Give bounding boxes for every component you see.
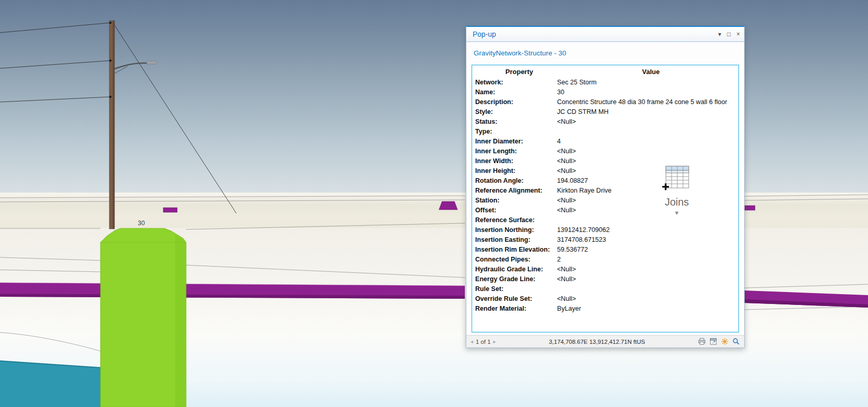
popup-titlebar[interactable]: Pop-up ▾ □ × (466, 27, 744, 42)
popup-feature-header: GravityNetwork-Structure - 30 (466, 42, 744, 64)
zoom-to-icon[interactable] (732, 338, 740, 345)
property-cell: Offset: (475, 207, 557, 214)
attribute-row: Inner Width: <Null> (472, 156, 738, 166)
property-cell: Reference Surface: (475, 216, 557, 224)
value-cell: Concentric Structure 48 dia 30 frame 24 … (557, 98, 738, 106)
property-cell: Status: (475, 118, 557, 126)
coordinates-readout: 3,174,708.67E 13,912,412.71N ftUS (496, 339, 698, 345)
attribute-row: Offset: <Null> (472, 206, 738, 215)
property-cell: Hydraulic Grade Line: (475, 266, 557, 273)
attribute-row: Render Material: ByLayer (472, 304, 738, 314)
property-header: Property (475, 68, 563, 76)
close-icon[interactable]: × (736, 31, 740, 37)
attribute-row: Inner Height: <Null> (472, 166, 738, 176)
dock-panel-icon[interactable] (709, 338, 717, 345)
guy-wire (114, 24, 236, 213)
value-cell: <Null> (557, 197, 738, 205)
value-cell: 3174708.671523 (557, 236, 738, 244)
value-cell: ByLayer (557, 305, 738, 313)
value-cell: JC CD STRM MH (557, 108, 738, 116)
property-cell: Inner Diameter: (475, 138, 557, 146)
attribute-row: Hydraulic Grade Line: <Null> (472, 265, 738, 274)
water-channel[interactable] (0, 361, 101, 407)
utility-pole[interactable] (109, 21, 115, 229)
attribute-row: Type: (472, 127, 738, 137)
property-cell: Energy Grade Line: (475, 275, 557, 283)
attribute-row: Rule Set: (472, 284, 738, 294)
previous-record-icon[interactable]: ◂ (471, 339, 473, 344)
street-light[interactable] (115, 61, 156, 74)
pager-text: 1 of 1 (476, 339, 491, 345)
maximize-icon[interactable]: □ (727, 31, 731, 37)
property-cell: Type: (475, 128, 557, 136)
value-cell: <Null> (557, 207, 738, 214)
attribute-row: Status: <Null> (472, 117, 738, 127)
attribute-row: Insertion Rim Elevation: 59.536772 (472, 245, 738, 255)
insulator-icon (109, 22, 111, 24)
property-cell: Rule Set: (475, 285, 557, 293)
attribute-row: Reference Alignment: Kirkton Raye Drive (472, 186, 738, 196)
attribute-row: Station: <Null> (472, 196, 738, 206)
value-cell: 13912412.709062 (557, 226, 738, 234)
value-cell: <Null> (557, 295, 738, 303)
property-cell: Inner Length: (475, 148, 557, 155)
value-cell: <Null> (557, 148, 738, 155)
property-cell: Station: (475, 197, 557, 205)
property-cell: Reference Alignment: (475, 187, 557, 195)
property-cell: Inner Height: (475, 167, 557, 175)
value-cell: <Null> (557, 167, 738, 175)
attribute-row: Reference Surface: (472, 215, 738, 225)
popup-window: Pop-up ▾ □ × GravityNetwork-Structure - … (466, 26, 745, 348)
property-cell: Inner Width: (475, 157, 557, 165)
attribute-row: Inner Diameter: 4 (472, 137, 738, 147)
property-cell: Rotation Angle: (475, 177, 557, 185)
storm-pipe-left[interactable] (0, 283, 465, 299)
insulator-icon (109, 60, 111, 62)
property-cell: Style: (475, 108, 557, 116)
structure-id-label: 30 (138, 220, 145, 227)
value-cell: 2 (557, 256, 738, 264)
attribute-row: Style: JC CD STRM MH (472, 107, 738, 117)
property-cell: Network: (475, 79, 557, 86)
attribute-row: Inner Length: <Null> (472, 147, 738, 156)
attribute-row: Network: Sec 25 Storm (472, 78, 738, 88)
attribute-table-header: Property Value (472, 67, 738, 78)
window-menu-icon[interactable]: ▾ (718, 31, 721, 37)
value-cell: 4 (557, 138, 738, 146)
storm-pipe-right[interactable] (745, 290, 868, 308)
property-cell: Insertion Northing: (475, 226, 557, 234)
value-cell: <Null> (557, 266, 738, 273)
manhole-structure-30[interactable] (101, 228, 186, 407)
value-cell: 30 (557, 89, 738, 96)
property-cell: Name: (475, 89, 557, 96)
attribute-row: Connected Pipes: 2 (472, 255, 738, 265)
attribute-row: Rotation Angle: 194.08827 (472, 176, 738, 186)
attribute-row: Description: Concentric Structure 48 dia… (472, 97, 738, 107)
property-cell: Description: (475, 98, 557, 106)
value-cell: 59.536772 (557, 246, 738, 254)
property-cell: Override Rule Set: (475, 295, 557, 303)
property-cell: Connected Pipes: (475, 256, 557, 264)
value-cell: <Null> (557, 157, 738, 165)
statusbar-tools (698, 338, 740, 345)
attribute-row: Override Rule Set: <Null> (472, 294, 738, 304)
value-cell: <Null> (557, 275, 738, 283)
feature-link[interactable]: GravityNetwork-Structure - 30 (474, 49, 566, 57)
insulator-icon (109, 96, 111, 98)
popup-statusbar: ◂ 1 of 1 ▸ 3,174,708.67E 13,912,412.71N … (466, 335, 744, 347)
attribute-row: Insertion Easting: 3174708.671523 (472, 235, 738, 245)
attribute-row: Name: 30 (472, 88, 738, 97)
print-icon[interactable] (698, 338, 706, 345)
attribute-row: Energy Grade Line: <Null> (472, 274, 738, 284)
attribute-row: Insertion Northing: 13912412.709062 (472, 225, 738, 235)
popup-title: Pop-up (473, 30, 496, 38)
popup-table-rows: Network: Sec 25 Storm Name: 30 Descripti… (472, 78, 738, 314)
value-header: Value (563, 68, 738, 76)
record-pager: ◂ 1 of 1 ▸ (471, 339, 496, 345)
value-cell: Kirkton Raye Drive (557, 187, 738, 195)
value-cell: Sec 25 Storm (557, 79, 738, 86)
power-lines (0, 23, 236, 213)
value-cell: <Null> (557, 118, 738, 126)
property-cell: Render Material: (475, 305, 557, 313)
auto-open-gear-icon[interactable] (721, 338, 729, 345)
